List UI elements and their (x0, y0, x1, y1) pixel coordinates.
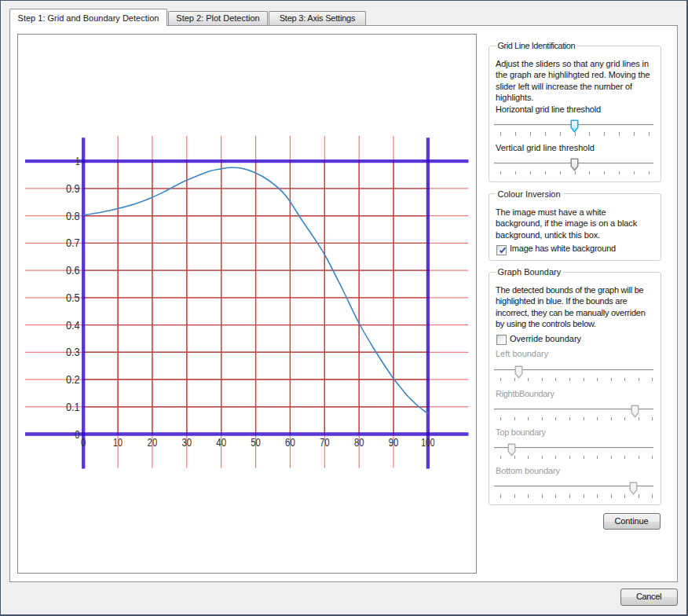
svg-text:50: 50 (251, 437, 261, 449)
svg-text:90: 90 (389, 437, 399, 449)
svg-text:70: 70 (320, 437, 330, 449)
svg-text:30: 30 (182, 437, 192, 449)
svg-text:0.7: 0.7 (66, 237, 80, 249)
svg-text:0.6: 0.6 (66, 265, 80, 277)
svg-text:10: 10 (113, 437, 123, 449)
svg-text:0: 0 (75, 429, 80, 441)
svg-text:60: 60 (285, 437, 295, 449)
svg-text:20: 20 (148, 437, 158, 449)
svg-text:0.9: 0.9 (66, 183, 80, 195)
svg-text:0.3: 0.3 (66, 346, 80, 358)
svg-text:40: 40 (216, 437, 226, 449)
svg-text:0.8: 0.8 (66, 211, 80, 222)
svg-text:0.2: 0.2 (66, 374, 80, 386)
svg-text:100: 100 (421, 437, 435, 449)
svg-text:0: 0 (81, 437, 86, 449)
svg-text:0.4: 0.4 (66, 320, 80, 332)
svg-text:0.5: 0.5 (66, 292, 80, 304)
svg-text:1: 1 (75, 156, 79, 167)
svg-text:80: 80 (354, 437, 364, 449)
svg-text:0.1: 0.1 (66, 402, 80, 413)
